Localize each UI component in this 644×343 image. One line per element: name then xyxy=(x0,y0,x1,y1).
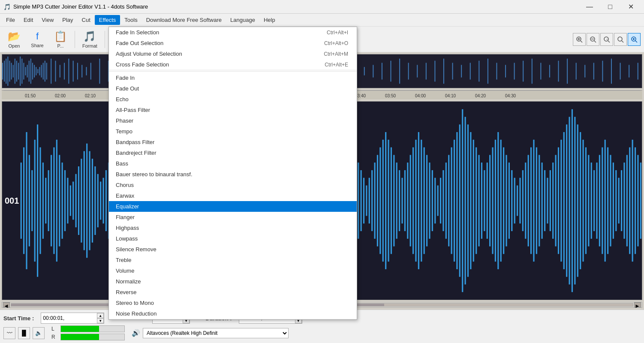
svg-rect-320 xyxy=(530,147,532,254)
menu-play[interactable]: Play xyxy=(58,15,77,25)
reverse-item[interactable]: Reverse xyxy=(109,287,357,298)
toolbar-paste[interactable]: 📋 P... xyxy=(50,28,71,51)
svg-rect-350 xyxy=(613,162,614,239)
svg-rect-93 xyxy=(461,65,462,77)
start-time-down[interactable]: ▼ xyxy=(97,318,104,323)
start-time-input[interactable] xyxy=(41,313,97,323)
menu-cut[interactable]: Cut xyxy=(78,15,95,25)
scrollbar-right-arrow[interactable]: ► xyxy=(634,302,641,307)
effects-dropdown-menu: Fade In Selection Ctrl+Alt+I Fade Out Se… xyxy=(108,27,357,320)
fade-out-item[interactable]: Fade Out xyxy=(109,83,357,94)
zoom-in-button[interactable] xyxy=(573,33,586,46)
svg-rect-37 xyxy=(39,67,40,75)
normalize-item[interactable]: Normalize xyxy=(109,276,357,287)
svg-rect-149 xyxy=(62,162,63,239)
svg-rect-307 xyxy=(495,140,496,262)
cross-fade-label: Cross Fade Selection xyxy=(116,61,169,68)
highpass-item[interactable]: Highpass xyxy=(109,223,357,233)
waveform-btn-1[interactable]: 〰 xyxy=(3,327,15,339)
bass-item[interactable]: Bass xyxy=(109,158,357,169)
flanger-item[interactable]: Flanger xyxy=(109,212,357,223)
menu-download[interactable]: Download More Free Software xyxy=(142,15,226,25)
equalizer-item[interactable]: Equalizer xyxy=(109,201,357,212)
svg-rect-329 xyxy=(555,155,557,246)
menu-help[interactable]: Help xyxy=(259,15,280,25)
stereo-mono-item[interactable]: Stereo to Mono xyxy=(109,298,357,308)
svg-rect-291 xyxy=(451,147,452,254)
toolbar-share[interactable]: f Share xyxy=(27,28,48,51)
maximize-button[interactable]: □ xyxy=(600,0,620,13)
close-button[interactable]: ✕ xyxy=(621,0,641,13)
scrollbar-left-arrow[interactable]: ◄ xyxy=(3,302,10,307)
start-time-up[interactable]: ▲ xyxy=(97,313,104,318)
svg-rect-23 xyxy=(15,59,15,84)
phaser-item[interactable]: Phaser xyxy=(109,115,357,126)
start-time-spinner[interactable]: ▲ ▼ xyxy=(97,313,104,323)
silence-remove-item[interactable]: Silence Remove xyxy=(109,244,357,255)
volume-btn[interactable]: 🔈 xyxy=(33,327,45,339)
title-bar-controls[interactable]: — □ ✕ xyxy=(580,0,641,13)
svg-rect-271 xyxy=(396,162,397,239)
treble-item[interactable]: Treble xyxy=(109,255,357,265)
all-pass-item[interactable]: All-Pass Filter xyxy=(109,105,357,115)
svg-rect-300 xyxy=(475,147,477,254)
waveform-btn-2[interactable]: ▐▌ xyxy=(18,327,30,339)
fade-in-item[interactable]: Fade In xyxy=(109,72,357,83)
zoom-fit-button[interactable]: ↔ xyxy=(600,33,613,46)
chorus-item[interactable]: Chorus xyxy=(109,180,357,190)
noise-reduction-item[interactable]: Noise Reduction xyxy=(109,308,357,319)
adjust-volume-item[interactable]: Adjust Volume of Selection Ctrl+Alt+M xyxy=(109,48,357,59)
svg-rect-272 xyxy=(399,170,400,231)
svg-line-5 xyxy=(594,41,596,42)
svg-rect-141 xyxy=(39,147,41,254)
volume-item[interactable]: Volume xyxy=(109,265,357,276)
start-time-control[interactable]: ▲ ▼ xyxy=(41,313,104,324)
svg-rect-269 xyxy=(391,147,392,254)
svg-rect-338 xyxy=(580,132,581,269)
lowpass-item[interactable]: Lowpass xyxy=(109,233,357,244)
bandreject-item[interactable]: Bandreject Filter xyxy=(109,147,357,158)
share-label: Share xyxy=(31,43,43,48)
normalize-label: Normalize xyxy=(116,278,141,285)
bauer-item[interactable]: Bauer stereo to binaural transf. xyxy=(109,169,357,180)
svg-rect-139 xyxy=(34,140,36,262)
svg-rect-99 xyxy=(514,63,515,80)
svg-rect-318 xyxy=(525,162,526,239)
menu-file[interactable]: File xyxy=(2,15,19,25)
tempo-item[interactable]: Tempo xyxy=(109,126,357,137)
svg-rect-360 xyxy=(640,162,641,239)
svg-rect-308 xyxy=(497,132,499,269)
echo-item[interactable]: Echo xyxy=(109,94,357,105)
svg-rect-30 xyxy=(27,65,28,77)
zoom-selection-button[interactable] xyxy=(614,33,627,46)
svg-rect-47 xyxy=(73,61,74,82)
zoom-out-button[interactable] xyxy=(587,33,599,46)
effects-menu-section-2: Fade In Fade Out Echo All-Pass Filter Ph… xyxy=(109,72,357,319)
cross-fade-item[interactable]: Cross Fade Selection Ctrl+Alt+E xyxy=(109,59,357,70)
fade-out-selection-item[interactable]: Fade Out Selection Ctrl+Alt+O xyxy=(109,38,357,48)
minimize-button[interactable]: — xyxy=(580,0,599,13)
svg-rect-341 xyxy=(588,155,589,246)
toolbar-format[interactable]: 🎵 Format xyxy=(78,28,101,51)
menu-language[interactable]: Language xyxy=(226,15,259,25)
bass-label: Bass xyxy=(116,160,128,167)
bandpass-item[interactable]: Bandpass Filter xyxy=(109,137,357,147)
volume-right-bar xyxy=(60,334,125,340)
menu-edit[interactable]: Edit xyxy=(19,15,37,25)
svg-rect-26 xyxy=(20,57,21,86)
menu-view[interactable]: View xyxy=(37,15,58,25)
svg-rect-165 xyxy=(105,170,107,231)
audio-device-select[interactable]: Altavoces (Realtek High Definit xyxy=(143,328,289,338)
menu-tools[interactable]: Tools xyxy=(120,15,141,25)
toolbar-open[interactable]: 📂 Open xyxy=(3,28,25,51)
svg-rect-297 xyxy=(467,124,469,277)
svg-rect-263 xyxy=(374,162,375,239)
fade-in-selection-item[interactable]: Fade In Selection Ctrl+Alt+I xyxy=(109,27,357,38)
zoom-custom-button[interactable] xyxy=(628,33,641,46)
svg-rect-101 xyxy=(532,59,533,84)
svg-rect-51 xyxy=(90,63,91,80)
svg-rect-282 xyxy=(426,155,427,246)
svg-rect-323 xyxy=(539,155,540,246)
earwax-item[interactable]: Earwax xyxy=(109,190,357,201)
menu-effects[interactable]: Effects xyxy=(95,15,120,25)
